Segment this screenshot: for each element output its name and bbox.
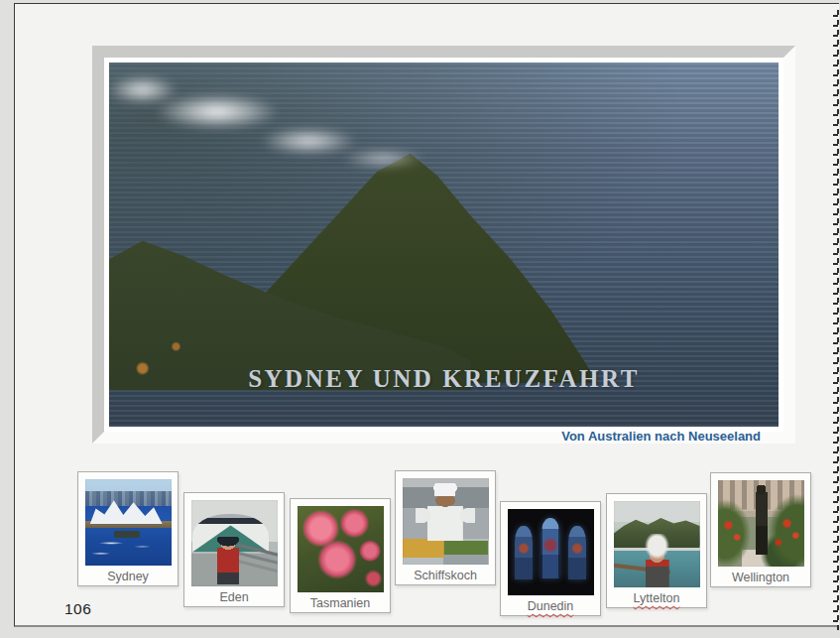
stained-glass-center-shape bbox=[540, 518, 561, 578]
chef-arms-shape bbox=[416, 506, 474, 525]
mist-clouds-layer bbox=[109, 63, 525, 172]
stained-glass-right-shape bbox=[568, 526, 585, 579]
thumbnail-card-wellington[interactable]: Wellington bbox=[710, 472, 811, 587]
thumbnail-caption: Schiffskoch bbox=[414, 569, 477, 582]
cruise-ship-and-man-photo[interactable] bbox=[191, 500, 278, 586]
thumbnail-caption: Wellington bbox=[732, 571, 789, 584]
sydney-opera-house-photo[interactable] bbox=[85, 479, 172, 566]
person-red-scarf-shape bbox=[641, 534, 673, 587]
statue-figure-shape bbox=[752, 485, 771, 555]
statue-with-flowers-photo[interactable] bbox=[718, 480, 804, 567]
page-title[interactable]: SYDNEY UND KREUZFAHRT bbox=[248, 365, 640, 393]
page-number: 106 bbox=[64, 600, 91, 618]
thumbnail-card-sydney[interactable]: Sydney bbox=[77, 471, 179, 586]
ship-cook-buffet-photo[interactable] bbox=[403, 478, 489, 565]
thumbnail-caption: Sydney bbox=[107, 570, 149, 583]
harbour-with-person-photo[interactable] bbox=[614, 501, 700, 587]
thumbnail-caption: Eden bbox=[219, 590, 248, 604]
pink-pompom-flowers-photo[interactable] bbox=[298, 506, 384, 592]
album-page: SYDNEY UND KREUZFAHRT Von Australien nac… bbox=[14, 3, 839, 627]
thumbnail-caption: Lyttelton bbox=[634, 591, 680, 605]
boat-wake-shape bbox=[85, 479, 172, 566]
stained-glass-windows-photo[interactable] bbox=[508, 509, 594, 595]
stained-glass-left-shape bbox=[515, 526, 532, 579]
page-subtitle[interactable]: Von Australien nach Neuseeland bbox=[561, 429, 761, 444]
thumbnail-card-dunedin[interactable]: Dunedin bbox=[500, 501, 601, 616]
hero-photo-frame[interactable]: SYDNEY UND KREUZFAHRT bbox=[92, 46, 795, 444]
thumbnail-card-tasmanien[interactable]: Tasmanien bbox=[290, 498, 391, 613]
thumbnail-caption: Dunedin bbox=[528, 599, 574, 613]
thumbnail-card-lyttelton[interactable]: Lyttelton bbox=[606, 493, 707, 608]
thumbnail-caption: Tasmanien bbox=[310, 596, 370, 610]
thumbnail-card-eden[interactable]: Eden bbox=[183, 492, 285, 607]
thumbnail-card-schiffskoch[interactable]: Schiffskoch bbox=[395, 470, 496, 585]
photobook-editor-view: SYDNEY UND KREUZFAHRT Von Australien nac… bbox=[0, 0, 840, 638]
man-red-shirt-shape bbox=[217, 537, 240, 585]
center-fold-dashed-line bbox=[833, 10, 839, 630]
milford-sound-photo[interactable]: SYDNEY UND KREUZFAHRT bbox=[109, 63, 779, 427]
